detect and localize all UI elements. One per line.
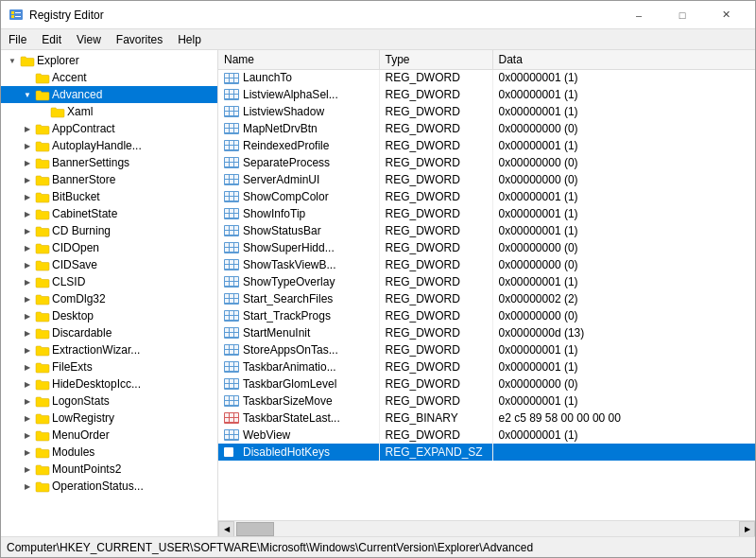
table-row[interactable]: ReindexedProfile REG_DWORD 0x00000001 (1… (218, 137, 755, 154)
tree-item-desktop[interactable]: ▶ Desktop (1, 307, 217, 324)
expand-icon-operationstatus[interactable]: ▶ (20, 479, 35, 494)
tree-item-appcontract[interactable]: ▶ AppContract (1, 120, 217, 137)
reg-name-cell[interactable]: Start_SearchFiles (218, 290, 379, 307)
table-row[interactable]: ab DisabledHotKeys REG_EXPAND_SZ (218, 444, 755, 461)
reg-name-cell[interactable]: Start_TrackProgs (218, 307, 379, 324)
tree-item-modules[interactable]: ▶ Modules (1, 444, 217, 461)
menu-favorites[interactable]: Favorites (109, 29, 170, 49)
reg-name-cell[interactable]: TaskbarSizeMove (218, 392, 379, 410)
tree-item-hidedesktoplcc[interactable]: ▶ HideDesktopIcc... (1, 375, 217, 392)
table-row[interactable]: TaskbarAnimatio... REG_DWORD 0x00000001 … (218, 358, 755, 375)
reg-name-cell[interactable]: ab DisabledHotKeys (218, 444, 379, 461)
tree-item-operationstatus[interactable]: ▶ OperationStatus... (1, 478, 217, 495)
reg-name-cell[interactable]: ShowStatusBar (218, 222, 379, 239)
expand-icon-bannersettings[interactable]: ▶ (20, 155, 35, 170)
tree-item-bitbucket[interactable]: ▶ BitBucket (1, 188, 217, 205)
reg-name-cell[interactable]: LaunchTo (218, 69, 379, 86)
table-row[interactable]: TaskbarSizeMove REG_DWORD 0x00000001 (1) (218, 392, 755, 410)
table-row[interactable]: ShowTypeOverlay REG_DWORD 0x00000001 (1) (218, 273, 755, 290)
table-row[interactable]: SeparateProcess REG_DWORD 0x00000000 (0) (218, 154, 755, 171)
close-button[interactable]: ✕ (704, 1, 747, 29)
expand-icon-clsid[interactable]: ▶ (20, 274, 35, 289)
table-row[interactable]: MapNetDrvBtn REG_DWORD 0x00000000 (0) (218, 120, 755, 137)
tree-item-menuorder[interactable]: ▶ MenuOrder (1, 427, 217, 444)
table-row[interactable]: TaskbarGlomLevel REG_DWORD 0x00000000 (0… (218, 375, 755, 392)
menu-help[interactable]: Help (170, 29, 209, 49)
table-row[interactable]: ShowCompColor REG_DWORD 0x00000001 (1) (218, 188, 755, 205)
reg-name-cell[interactable]: ShowCompColor (218, 188, 379, 205)
reg-name-cell[interactable]: TaskbarGlomLevel (218, 375, 379, 392)
table-row[interactable]: StartMenuInit REG_DWORD 0x0000000d (13) (218, 324, 755, 341)
tree-item-bannerstore[interactable]: ▶ BannerStore (1, 171, 217, 188)
reg-name-cell[interactable]: StartMenuInit (218, 324, 379, 341)
reg-name-cell[interactable]: MapNetDrvBtn (218, 120, 379, 137)
tree-item-xaml[interactable]: ▶ Xaml (1, 103, 217, 120)
col-header-data[interactable]: Data (492, 50, 755, 69)
table-row[interactable]: ListviewAlphaSel... REG_DWORD 0x00000001… (218, 86, 755, 103)
expand-icon-comdlg32[interactable]: ▶ (20, 291, 35, 306)
tree-item-accent[interactable]: ▶ Accent (1, 69, 217, 86)
expand-icon-menuorder[interactable]: ▶ (20, 427, 35, 443)
expand-icon-autoplay[interactable]: ▶ (20, 138, 35, 153)
table-row[interactable]: StoreAppsOnTas... REG_DWORD 0x00000001 (… (218, 341, 755, 358)
expand-icon-discardable[interactable]: ▶ (20, 325, 35, 340)
reg-name-cell[interactable]: TaskbarStateLast... (218, 410, 379, 427)
table-row[interactable]: ShowTaskViewB... REG_DWORD 0x00000000 (0… (218, 256, 755, 273)
tree-item-mountpoints2[interactable]: ▶ MountPoints2 (1, 461, 217, 478)
tree-item-extractionwizar[interactable]: ▶ ExtractionWizar... (1, 341, 217, 358)
expand-icon-advanced[interactable]: ▼ (20, 87, 35, 102)
registry-table[interactable]: Name Type Data LaunchTo REG_DWORD 0x0000… (218, 50, 755, 520)
reg-name-cell[interactable]: ListviewShadow (218, 103, 379, 120)
expand-icon-bitbucket[interactable]: ▶ (20, 189, 35, 204)
reg-name-cell[interactable]: ShowTaskViewB... (218, 256, 379, 273)
tree-item-cdburning[interactable]: ▶ CD Burning (1, 222, 217, 239)
expand-icon-extractionwizar[interactable]: ▶ (20, 342, 35, 357)
tree-item-cidsave[interactable]: ▶ CIDSave (1, 256, 217, 273)
reg-name-cell[interactable]: ServerAdminUI (218, 171, 379, 188)
table-row[interactable]: WebView REG_DWORD 0x00000001 (1) (218, 427, 755, 444)
expand-icon-logonstats[interactable]: ▶ (20, 393, 35, 409)
tree-item-comdlg32[interactable]: ▶ ComDlg32 (1, 290, 217, 307)
expand-icon-cabinetstate[interactable]: ▶ (20, 206, 35, 221)
expand-icon-desktop[interactable]: ▶ (20, 308, 35, 323)
maximize-button[interactable]: □ (661, 1, 704, 29)
tree-item-cidopen[interactable]: ▶ CIDOpen (1, 239, 217, 256)
table-row[interactable]: TaskbarStateLast... REG_BINARY e2 c5 89 … (218, 410, 755, 427)
table-row[interactable]: ServerAdminUI REG_DWORD 0x00000000 (0) (218, 171, 755, 188)
tree-item-advanced[interactable]: ▼ Advanced (1, 86, 217, 103)
expand-icon-bannerstore[interactable]: ▶ (20, 172, 35, 187)
reg-name-cell[interactable]: ShowSuperHidd... (218, 239, 379, 256)
table-row[interactable]: LaunchTo REG_DWORD 0x00000001 (1) (218, 69, 755, 86)
reg-name-cell[interactable]: ReindexedProfile (218, 137, 379, 154)
menu-file[interactable]: File (1, 29, 34, 49)
expand-icon-cidsave[interactable]: ▶ (20, 257, 35, 272)
table-row[interactable]: ShowSuperHidd... REG_DWORD 0x00000000 (0… (218, 239, 755, 256)
scroll-thumb[interactable] (236, 522, 274, 536)
reg-name-cell[interactable]: ListviewAlphaSel... (218, 86, 379, 103)
expand-icon-cdburning[interactable]: ▶ (20, 223, 35, 238)
tree-item-explorer[interactable]: ▼ Explorer (1, 52, 217, 69)
table-row[interactable]: ShowInfoTip REG_DWORD 0x00000001 (1) (218, 205, 755, 222)
tree-item-autoplayhandle[interactable]: ▶ AutoplayHandle... (1, 137, 217, 154)
scroll-track[interactable] (234, 521, 739, 536)
reg-name-cell[interactable]: StoreAppsOnTas... (218, 341, 379, 358)
horizontal-scrollbar[interactable]: ◀ ▶ (218, 520, 755, 536)
scroll-right-arrow[interactable]: ▶ (739, 521, 755, 537)
tree-panel[interactable]: ▼ Explorer ▶ Accent (1, 50, 218, 536)
tree-item-logonstats[interactable]: ▶ LogonStats (1, 392, 217, 410)
tree-item-fileexts[interactable]: ▶ FileExts (1, 358, 217, 375)
expand-icon-appcontract[interactable]: ▶ (20, 121, 35, 136)
expand-icon-explorer[interactable]: ▼ (5, 53, 20, 68)
col-header-type[interactable]: Type (379, 50, 492, 69)
menu-view[interactable]: View (69, 29, 109, 49)
reg-name-cell[interactable]: TaskbarAnimatio... (218, 358, 379, 375)
table-row[interactable]: Start_TrackProgs REG_DWORD 0x00000000 (0… (218, 307, 755, 324)
scroll-left-arrow[interactable]: ◀ (218, 521, 234, 537)
menu-edit[interactable]: Edit (34, 29, 69, 49)
table-row[interactable]: ListviewShadow REG_DWORD 0x00000001 (1) (218, 103, 755, 120)
expand-icon-cidopen[interactable]: ▶ (20, 240, 35, 255)
expand-icon-hidedesktoplcc[interactable]: ▶ (20, 376, 35, 392)
tree-item-cabinetstate[interactable]: ▶ CabinetState (1, 205, 217, 222)
expand-icon-fileexts[interactable]: ▶ (20, 359, 35, 375)
tree-item-discardable[interactable]: ▶ Discardable (1, 324, 217, 341)
